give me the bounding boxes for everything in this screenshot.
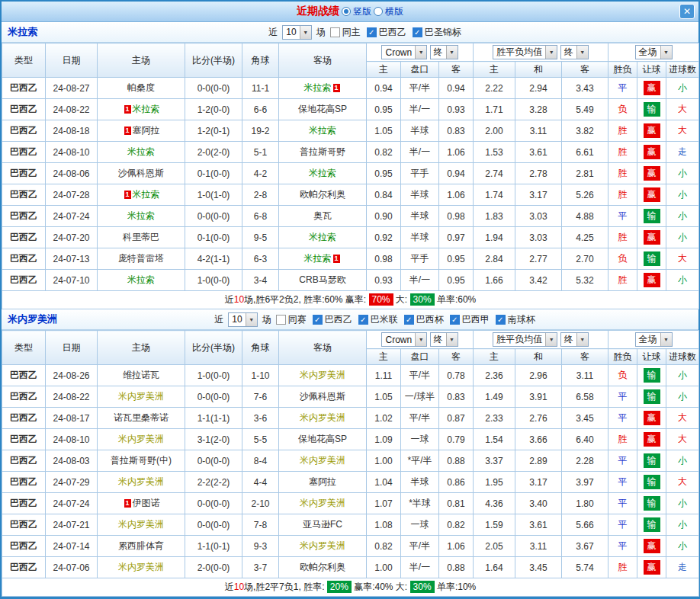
handicap-result-cell: 输 [637, 450, 666, 472]
filter-checkbox[interactable]: ✓巴西甲 [450, 313, 490, 326]
away-team-cell: 奥瓦 [279, 206, 367, 227]
score-cell: 2-2(2-2) [185, 472, 242, 493]
filter-checkbox[interactable]: ✓巴西乙 [313, 313, 352, 326]
scope-filter-cell: 全场▼ [608, 331, 699, 349]
result-cell: 平 [608, 536, 637, 557]
asian-handicap-cell: *半球 [401, 493, 439, 514]
checkbox-checked-icon[interactable]: ✓ [496, 315, 506, 325]
goals-result-cell: 小 [666, 450, 699, 472]
summary-row: 近10场,胜2平7负1, 胜率: 20% 赢率:40% 大: 30% 单率:10… [2, 578, 699, 597]
goals-result-cell: 大 [666, 408, 699, 429]
home-team-cell: 帕桑度 [98, 78, 185, 99]
checkbox-unchecked-icon[interactable] [330, 27, 340, 37]
bookmaker-select[interactable]: Crown▼ [381, 45, 427, 59]
checkbox-checked-icon[interactable]: ✓ [358, 315, 368, 325]
euro-odds-stage-select[interactable]: 终▼ [560, 45, 589, 59]
euro-home-odds-cell: 1.49 [474, 386, 515, 408]
team-label: 米拉索 [309, 125, 336, 136]
league-cell: 巴西乙 [2, 365, 46, 386]
team-label: 米拉索 [133, 189, 160, 200]
goals-result-cell: 走 [666, 142, 699, 163]
result-cell: 负 [608, 248, 637, 270]
match-row: 巴西乙24-08-06沙佩科恩斯0-1(0-0)4-2米拉索0.95平手0.94… [2, 163, 699, 184]
score-cell: 0-0(0-0) [185, 493, 242, 514]
filter-checkbox[interactable]: 同赛 [276, 313, 307, 326]
chevron-down-icon: ▼ [660, 333, 672, 346]
handicap-result-cell: 输 [637, 365, 666, 386]
handicap-result-cell: 赢 [637, 408, 666, 429]
result-cell: 胜 [608, 429, 637, 450]
match-row: 巴西乙24-07-24米拉索0-0(0-0)6-8奥瓦0.90半球0.981.8… [2, 206, 699, 227]
asian-handicap-cell: *平/半 [401, 450, 439, 472]
asian-odds-stage-select[interactable]: 终▼ [430, 45, 458, 59]
filter-checkbox[interactable]: ✓巴西杯 [404, 313, 444, 326]
filter-checkbox[interactable]: ✓巴米联 [358, 313, 398, 326]
filter-checkbox[interactable]: ✓南球杯 [496, 313, 535, 326]
col-header-spread: 让球 [637, 349, 666, 365]
asian-handicap-cell: 半球 [401, 227, 439, 248]
euro-home-odds-cell: 2.36 [474, 365, 515, 386]
handicap-result-badge: 输 [644, 453, 660, 468]
asian-handicap-cell: 半/一 [401, 142, 439, 163]
checkbox-checked-icon[interactable]: ✓ [404, 315, 414, 325]
home-team-cell: 米拉索 [98, 206, 185, 227]
team-label: 保地花高SP [298, 434, 347, 444]
filter-checkbox[interactable]: ✓巴圣锦标 [413, 26, 461, 39]
col-header-home: 主场 [98, 43, 185, 78]
goals-result-cell: 小 [666, 78, 699, 99]
asian-handicap-cell: 平手 [401, 248, 439, 270]
asian-home-odds-cell: 0.84 [367, 184, 401, 206]
match-row: 巴西乙24-07-241伊图诺0-0(0-0)2-10米内罗美洲1.07*半球0… [2, 493, 699, 514]
checkbox-checked-icon[interactable]: ✓ [413, 27, 422, 37]
team-label: 米拉索 [127, 146, 155, 157]
summary-row: 近10场,胜6平2负2, 胜率:60% 赢率: 70% 大: 30% 单率:60… [2, 291, 699, 309]
euro-draw-odds-cell: 2.77 [515, 248, 562, 270]
euro-avg-select[interactable]: 胜平负均值▼ [493, 332, 557, 347]
league-cell: 巴西乙 [2, 206, 46, 227]
euro-draw-odds-cell: 2.96 [515, 365, 562, 386]
result-cell: 平 [608, 386, 637, 408]
euro-odds-stage-select[interactable]: 终▼ [560, 332, 589, 347]
goals-result-cell: 大 [666, 99, 699, 120]
asian-home-odds-cell: 0.82 [367, 142, 401, 163]
layout-option-vertical[interactable]: 竖版 [342, 5, 371, 18]
summary-badge: 70% [369, 293, 393, 306]
chevron-down-icon: ▼ [545, 46, 557, 59]
team-label: 米内罗美洲 [118, 434, 164, 444]
team-label: 庞特普雷塔 [118, 253, 164, 264]
close-button[interactable]: ✕ [679, 4, 695, 19]
score-cell: 2-0(2-0) [185, 142, 242, 163]
euro-away-odds-cell: 4.25 [562, 227, 608, 248]
checkbox-checked-icon[interactable]: ✓ [367, 27, 377, 37]
asian-away-odds-cell: 0.88 [439, 557, 474, 578]
filter-checkbox-label: 巴西乙 [325, 313, 352, 326]
checkbox-checked-icon[interactable]: ✓ [313, 315, 323, 325]
filter-checkbox[interactable]: ✓巴西乙 [367, 26, 406, 39]
layout-option-horizontal[interactable]: 横版 [374, 5, 403, 18]
layout-vertical-label: 竖版 [353, 5, 371, 18]
match-count-select[interactable]: 10 ▼ [228, 312, 257, 327]
near-label: 近 [214, 313, 223, 326]
euro-avg-select[interactable]: 胜平负均值▼ [493, 45, 557, 59]
league-cell: 巴西乙 [2, 429, 46, 450]
euro-home-odds-cell: 1.71 [474, 99, 515, 120]
away-team-cell: 米拉索 [279, 227, 367, 248]
scope-select[interactable]: 全场▼ [635, 332, 673, 347]
date-cell: 24-08-22 [46, 386, 98, 408]
league-cell: 巴西乙 [2, 493, 46, 514]
scope-select[interactable]: 全场▼ [635, 45, 673, 59]
match-row: 巴西乙24-07-10米拉索1-0(0-0)3-4CRB马瑟欧0.93半/一0.… [2, 270, 699, 291]
checkbox-checked-icon[interactable]: ✓ [450, 315, 460, 325]
filter-checkbox[interactable]: 同主 [330, 26, 361, 39]
corners-cell: 3-4 [242, 270, 279, 291]
bookmaker-select[interactable]: Crown▼ [381, 332, 427, 347]
handicap-result-cell: 赢 [637, 270, 666, 291]
away-team-cell: 米内罗美洲 [279, 408, 367, 429]
team-label: 米拉索 [309, 168, 336, 178]
match-row: 巴西乙24-07-20科里蒂巴0-1(0-0)9-5米拉索0.92半球0.971… [2, 227, 699, 248]
match-count-select[interactable]: 10 ▼ [282, 25, 311, 40]
asian-odds-stage-select[interactable]: 终▼ [430, 332, 458, 347]
radio-unselected-icon [374, 7, 383, 16]
corners-cell: 5-1 [242, 142, 279, 163]
checkbox-unchecked-icon[interactable] [276, 315, 286, 325]
